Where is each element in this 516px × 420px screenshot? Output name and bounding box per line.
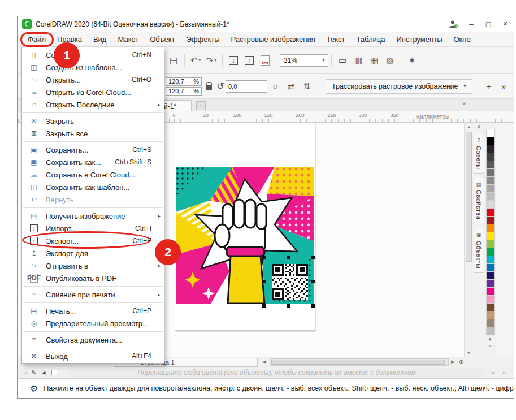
- docker-tab-objects[interactable]: ▣ Объекты: [474, 228, 484, 273]
- docker-tab-hints[interactable]: ? Советы: [474, 133, 484, 174]
- horizontal-scroll-thumb[interactable]: [271, 360, 445, 365]
- color-swatch[interactable]: [486, 279, 495, 288]
- color-swatch[interactable]: [486, 240, 495, 248]
- menu-item-new[interactable]: ▯Создать...Ctrl+N: [22, 49, 164, 61]
- vertical-scrollbar[interactable]: ▲ ▼: [464, 123, 473, 357]
- account-icon[interactable]: [444, 20, 463, 28]
- docker-close-icon[interactable]: ✕: [473, 123, 484, 131]
- menu-item-save-as-template[interactable]: ◫Сохранить как шаблон...: [22, 181, 164, 193]
- mirror-vertical-button[interactable]: ⇅: [299, 79, 315, 94]
- selection-handle[interactable]: [262, 280, 266, 283]
- empty-swatch-icon[interactable]: [51, 370, 57, 375]
- scale-y-field[interactable]: 120,7%: [166, 87, 202, 96]
- undo-button[interactable]: ↶▾: [188, 53, 203, 68]
- selection-handle[interactable]: [311, 280, 315, 283]
- scroll-up-icon[interactable]: ▲: [465, 123, 473, 131]
- palette-flyout-icon[interactable]: »: [484, 344, 496, 349]
- import-button[interactable]: ↓: [226, 53, 241, 68]
- color-swatch[interactable]: [486, 224, 495, 232]
- menu-item-import[interactable]: ↓Импорт...Ctrl+I: [22, 222, 164, 235]
- color-swatch[interactable]: [486, 232, 495, 240]
- trace-bitmap-button[interactable]: Трассировать растровое изображение ▾: [326, 79, 472, 94]
- show-rulers-button[interactable]: ▥: [350, 53, 366, 68]
- scale-x-field[interactable]: 120,7%: [166, 77, 202, 86]
- arrow-left-icon[interactable]: ◀: [42, 370, 45, 375]
- new-document-tab-button[interactable]: +: [196, 101, 206, 110]
- menu-object[interactable]: Объект: [144, 32, 180, 47]
- palette-scroll-down-icon[interactable]: ▼: [484, 337, 496, 342]
- color-swatch[interactable]: [486, 184, 495, 193]
- close-document-icon[interactable]: ✕: [462, 101, 466, 107]
- menu-item-export[interactable]: ↑Экспорт...Ctrl+E: [22, 235, 164, 247]
- menu-item-print[interactable]: ▤Печать...Ctrl+P: [22, 305, 164, 317]
- menu-item-open[interactable]: ▱Открыть...Ctrl+O: [22, 73, 164, 86]
- chevrons-right-icon[interactable]: »: [491, 369, 495, 376]
- menu-bitmaps[interactable]: Растровые изображения: [226, 32, 321, 47]
- color-swatch[interactable]: [486, 295, 495, 304]
- chevrons-right-icon[interactable]: »: [502, 369, 506, 376]
- menu-file[interactable]: Файл: [22, 32, 51, 47]
- scroll-left-icon[interactable]: ◀: [262, 359, 266, 365]
- selection-handle[interactable]: [262, 304, 266, 308]
- color-swatch[interactable]: [486, 287, 495, 296]
- menu-item-acquire-image[interactable]: ▤Получить изображение▸: [22, 210, 164, 222]
- color-swatch[interactable]: [486, 168, 495, 177]
- menu-item-save-as[interactable]: ▣Сохранить как...Ctrl+Shift+S: [22, 156, 164, 168]
- color-swatch[interactable]: [486, 248, 495, 256]
- horizontal-scrollbar[interactable]: [270, 358, 449, 366]
- color-swatch[interactable]: [486, 263, 495, 272]
- menu-text[interactable]: Текст: [321, 32, 351, 47]
- launcher-button[interactable]: ✶: [404, 53, 420, 68]
- gear-icon[interactable]: ⚙: [30, 383, 38, 394]
- menu-item-save-cloud[interactable]: ☁Сохранить в Corel Cloud...: [22, 168, 164, 181]
- menu-window[interactable]: Окно: [448, 32, 476, 47]
- mirror-horizontal-button[interactable]: ⇄: [283, 79, 299, 94]
- menu-item-new-from-template[interactable]: ◫Создать из шаблона...: [22, 61, 164, 73]
- menu-effects[interactable]: Эффекты: [181, 32, 226, 47]
- minimize-button[interactable]: ─: [463, 16, 480, 32]
- color-swatch[interactable]: [486, 161, 495, 169]
- paste-button[interactable]: ▤: [166, 53, 181, 68]
- redo-button[interactable]: ↷▾: [203, 53, 219, 68]
- menu-item-document-properties[interactable]: ≡Свойства документа...: [22, 334, 164, 346]
- selection-handle[interactable]: [287, 256, 290, 259]
- scroll-down-icon[interactable]: ▼: [465, 349, 473, 357]
- zoom-page-icon[interactable]: ⊕: [459, 358, 464, 366]
- menu-item-export-for[interactable]: ↥Экспорт для▸: [22, 247, 164, 259]
- export-button[interactable]: ↑: [241, 53, 257, 68]
- menu-item-send-to[interactable]: ↪Отправить в▸: [22, 259, 164, 272]
- menu-item-close-all[interactable]: ⊠Закрыть все: [22, 127, 164, 140]
- menu-layout[interactable]: Макет: [112, 32, 144, 47]
- add-button[interactable]: +: [487, 82, 491, 91]
- menu-table[interactable]: Таблица: [350, 32, 391, 47]
- color-swatch[interactable]: [486, 176, 495, 185]
- color-swatch[interactable]: [486, 256, 495, 264]
- menu-tools[interactable]: Инструменты: [391, 32, 448, 47]
- color-swatch[interactable]: [486, 192, 495, 201]
- color-swatch[interactable]: [486, 271, 495, 280]
- rotation-center-button[interactable]: ○: [267, 79, 283, 94]
- menu-item-save[interactable]: ▣Сохранить...Ctrl+S: [22, 144, 164, 156]
- color-swatch[interactable]: [486, 303, 495, 311]
- pencil-icon[interactable]: ✎: [31, 369, 36, 376]
- menu-item-publish-pdf[interactable]: PDFОпубликовать в PDF: [22, 272, 164, 284]
- menu-item-print-merge[interactable]: ≡Слияние при печати▸: [22, 288, 164, 301]
- selection-handle[interactable]: [311, 256, 315, 259]
- menu-item-exit[interactable]: ⊗ВыходAlt+F4: [22, 350, 164, 362]
- lock-ratio-button[interactable]: [202, 83, 215, 90]
- menu-item-close[interactable]: ⊠Закрыть: [22, 115, 164, 127]
- vertical-scroll-thumb[interactable]: [466, 132, 472, 262]
- qr-code-object[interactable]: [272, 264, 308, 300]
- menu-item-open-recent[interactable]: ▱Открыть Последние▸: [22, 98, 164, 111]
- expand-chevrons-icon[interactable]: »: [24, 369, 28, 376]
- maximize-button[interactable]: ▢: [480, 16, 497, 32]
- scroll-right-icon[interactable]: ▶: [451, 359, 455, 365]
- show-grid-button[interactable]: ▦: [366, 53, 382, 68]
- menu-edit[interactable]: Правка: [51, 32, 88, 47]
- menu-item-print-preview[interactable]: ◎Предварительный просмотр...: [22, 317, 164, 330]
- close-button[interactable]: ✕: [497, 16, 514, 32]
- color-swatch[interactable]: [486, 208, 495, 217]
- selection-handle[interactable]: [311, 304, 315, 308]
- publish-pdf-button[interactable]: PDF: [257, 53, 273, 68]
- rotation-angle-field[interactable]: 0,0: [226, 80, 267, 93]
